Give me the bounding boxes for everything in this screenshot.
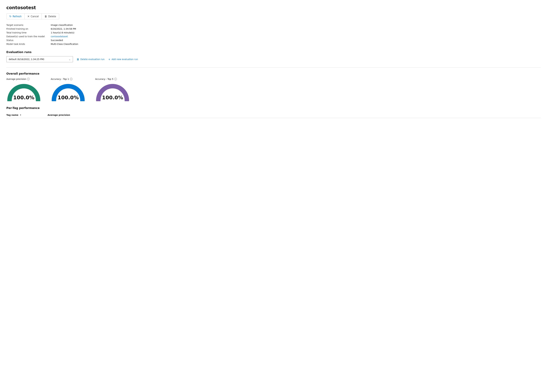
status-value: Succeeded	[51, 39, 541, 41]
add-eval-icon: +	[108, 58, 110, 61]
divider	[6, 67, 541, 67]
status-label: Status	[6, 39, 51, 41]
gauge-value: 100.0%	[51, 94, 86, 101]
cancel-button[interactable]: ✕ Cancel	[25, 14, 42, 19]
sort-asc-icon: ↑	[20, 114, 21, 116]
delete-icon: 🗑	[45, 15, 47, 18]
refresh-button[interactable]: ↻ Refresh	[7, 14, 25, 19]
toolbar: ↻ Refresh ✕ Cancel 🗑 Delete	[6, 13, 59, 19]
info-icon: i	[27, 78, 30, 80]
delete-button[interactable]: 🗑 Delete	[42, 14, 59, 19]
add-eval-label: Add new evaluation run	[111, 58, 138, 60]
gauge-accuracy-top1: Accuracy - Top 1 i 100.0%	[51, 78, 86, 101]
info-grid: Target scenario Image classification Fin…	[6, 24, 541, 45]
delete-label: Delete	[48, 15, 56, 18]
page-title: contosotest	[6, 5, 541, 10]
gauge-label-text: Average precision	[6, 78, 26, 80]
dropdown-value: default (6/16/2022, 1:34:25 PM)	[9, 58, 44, 60]
total-training-value: 1 hour(s) 8 minute(s)	[51, 31, 541, 34]
gauge-accuracy-top5: Accuracy - Top 5 i 100.0%	[95, 78, 130, 101]
evaluation-runs-row: default (6/16/2022, 1:34:25 PM) ⌄ 🗑 Dele…	[6, 56, 541, 62]
delete-eval-button[interactable]: 🗑 Delete evaluation run	[77, 58, 104, 61]
finished-training-value: 6/16/2022, 1:34:58 PM	[51, 27, 541, 30]
gauge-value: 100.0%	[95, 94, 130, 101]
overall-performance-section: Overall performance Average precision i …	[6, 72, 541, 101]
gauge-label-text: Accuracy - Top 5	[95, 78, 113, 80]
evaluation-runs-title: Evaluation runs	[6, 50, 541, 54]
tag-name-column[interactable]: Tag name ↑	[6, 114, 48, 116]
info-icon: i	[114, 78, 117, 80]
delete-eval-icon: 🗑	[77, 58, 79, 61]
overall-performance-title: Overall performance	[6, 72, 541, 75]
info-icon: i	[70, 78, 72, 80]
add-eval-button[interactable]: + Add new evaluation run	[108, 58, 138, 61]
datasets-label: Dataset(s) used to train the model	[6, 35, 51, 38]
evaluation-run-dropdown[interactable]: default (6/16/2022, 1:34:25 PM) ⌄	[6, 56, 73, 62]
datasets-link[interactable]: contosodataset	[51, 35, 541, 38]
refresh-icon: ↻	[9, 15, 11, 18]
chevron-down-icon: ⌄	[69, 58, 71, 60]
model-task-value: Multi-Class Classification	[51, 43, 541, 45]
cancel-icon: ✕	[27, 15, 29, 18]
cancel-label: Cancel	[31, 15, 39, 18]
target-scenario-label: Target scenario	[6, 24, 51, 26]
per-tag-header: Tag name ↑ Average precision	[6, 112, 541, 118]
total-training-label: Total training time	[6, 31, 51, 34]
gauge-label-text: Accuracy - Top 1	[51, 78, 69, 80]
finished-training-label: Finished training on	[6, 27, 51, 30]
delete-eval-label: Delete evaluation run	[80, 58, 104, 60]
gauge-avg-precision: Average precision i 100.0%	[6, 78, 41, 101]
gauge-value: 100.0%	[6, 94, 41, 101]
avg-precision-column: Average precision	[48, 114, 79, 116]
model-task-label: Model task kinds	[6, 43, 51, 45]
per-tag-section: Per-Tag performance Tag name ↑ Average p…	[6, 106, 541, 118]
per-tag-title: Per-Tag performance	[6, 106, 541, 110]
refresh-label: Refresh	[13, 15, 21, 18]
target-scenario-value: Image classification	[51, 24, 541, 26]
eval-actions: 🗑 Delete evaluation run + Add new evalua…	[77, 58, 138, 61]
gauges-row: Average precision i 100.0% Accuracy - To…	[6, 78, 541, 101]
